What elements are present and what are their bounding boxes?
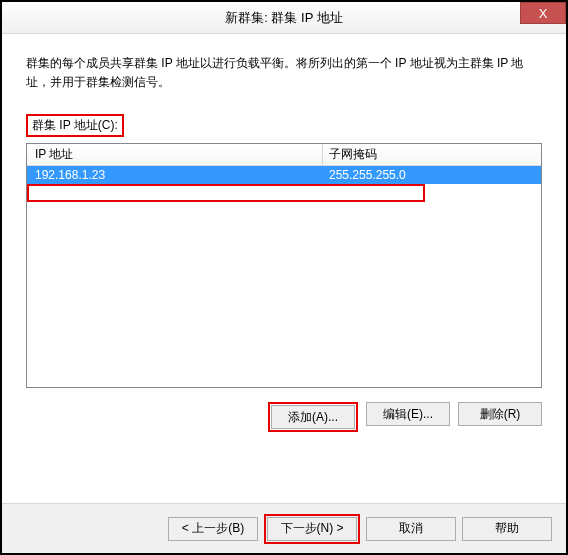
cell-ip: 192.168.1.23 — [27, 168, 323, 182]
description-text: 群集的每个成员共享群集 IP 地址以进行负载平衡。将所列出的第一个 IP 地址视… — [26, 54, 542, 92]
help-button[interactable]: 帮助 — [462, 517, 552, 541]
table-row[interactable]: 192.168.1.23 255.255.255.0 — [27, 166, 541, 184]
section-label: 群集 IP 地址(C): — [32, 118, 118, 132]
remove-button[interactable]: 删除(R) — [458, 402, 542, 426]
table-header: IP 地址 子网掩码 — [27, 144, 541, 166]
window-title: 新群集: 群集 IP 地址 — [225, 9, 343, 27]
row-action-buttons: 添加(A)... 编辑(E)... 删除(R) — [26, 402, 542, 432]
edit-button[interactable]: 编辑(E)... — [366, 402, 450, 426]
cell-subnet: 255.255.255.0 — [323, 168, 541, 182]
next-button[interactable]: 下一步(N) > — [267, 517, 357, 541]
column-header-subnet[interactable]: 子网掩码 — [323, 144, 541, 165]
titlebar: 新群集: 群集 IP 地址 X — [2, 2, 566, 34]
section-label-highlight: 群集 IP 地址(C): — [26, 114, 124, 137]
cancel-button[interactable]: 取消 — [366, 517, 456, 541]
back-button[interactable]: < 上一步(B) — [168, 517, 258, 541]
add-button[interactable]: 添加(A)... — [271, 405, 355, 429]
add-button-highlight: 添加(A)... — [268, 402, 358, 432]
ip-address-table[interactable]: IP 地址 子网掩码 192.168.1.23 255.255.255.0 — [26, 143, 542, 388]
next-button-highlight: 下一步(N) > — [264, 514, 360, 544]
row-highlight-annotation — [27, 184, 425, 202]
wizard-footer: < 上一步(B) 下一步(N) > 取消 帮助 — [2, 503, 566, 553]
column-header-ip[interactable]: IP 地址 — [27, 144, 323, 165]
close-icon: X — [539, 6, 548, 21]
close-button[interactable]: X — [520, 2, 566, 24]
dialog-content: 群集的每个成员共享群集 IP 地址以进行负载平衡。将所列出的第一个 IP 地址视… — [2, 34, 566, 442]
